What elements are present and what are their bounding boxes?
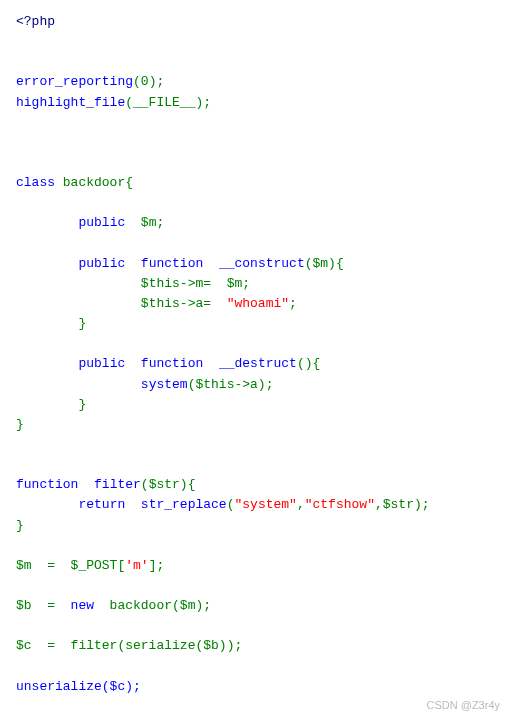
call-unserialize: unserialize($c); bbox=[16, 679, 141, 694]
fn-construct: __construct bbox=[219, 256, 305, 271]
class-name: backdoor{ bbox=[55, 175, 133, 190]
fn-filter: filter bbox=[94, 477, 141, 492]
kw-return: return bbox=[78, 497, 125, 512]
str-system: "system" bbox=[234, 497, 296, 512]
assign-m: $this->m= $m; bbox=[141, 276, 250, 291]
str-whoami: "whoami" bbox=[227, 296, 289, 311]
prop-m: $m; bbox=[141, 215, 164, 230]
execution-output: www-data www-data bbox=[16, 715, 494, 720]
kw-new: new bbox=[71, 598, 94, 613]
assign-c: $c = filter(serialize($b)); bbox=[16, 638, 242, 653]
fn-destruct: __destruct bbox=[219, 356, 297, 371]
str-ctfshow: "ctfshow" bbox=[305, 497, 375, 512]
fn-str-replace: str_replace bbox=[141, 497, 227, 512]
php-open-tag: <?php bbox=[16, 14, 55, 29]
code-block: <?php error_reporting(0); highlight_file… bbox=[16, 12, 494, 697]
fn-error-reporting: error_reporting bbox=[16, 74, 133, 89]
call-system: system bbox=[141, 377, 188, 392]
kw-class: class bbox=[16, 175, 55, 190]
fn-highlight-file: highlight_file bbox=[16, 95, 125, 110]
watermark: CSDN @Z3r4y bbox=[426, 697, 500, 714]
str-m: 'm' bbox=[125, 558, 148, 573]
